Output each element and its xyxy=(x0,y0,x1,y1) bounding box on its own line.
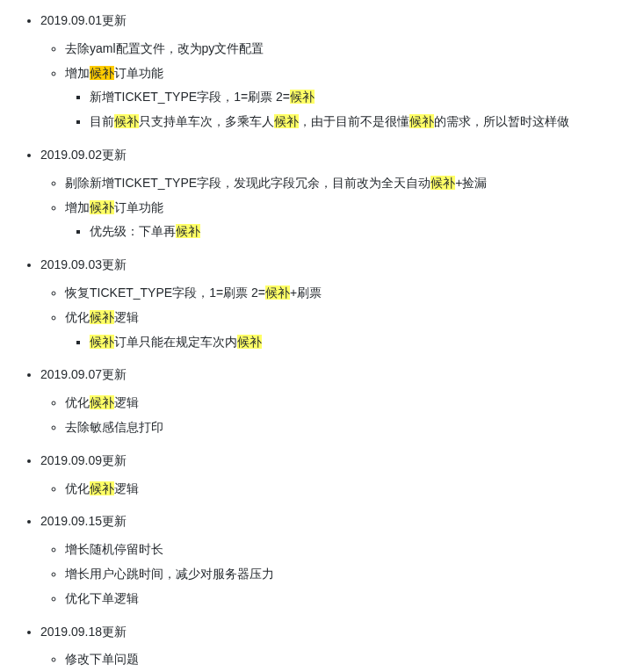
update-subitems: 候补订单只能在规定车次内候补 xyxy=(65,332,608,353)
update-subitem: 候补订单只能在规定车次内候补 xyxy=(90,332,608,353)
update-date: 2019.09.15更新 xyxy=(40,511,608,532)
update-item: 增加候补订单功能优先级：下单再候补 xyxy=(65,198,608,243)
highlight: 候补 xyxy=(90,200,114,214)
update-item: 去除yaml配置文件，改为py文件配置 xyxy=(65,39,608,60)
highlight: 候补 xyxy=(290,90,315,104)
update-items: 修改下单问题优化车次打印 xyxy=(40,649,608,672)
update-subitem: 目前候补只支持单车次，多乘车人候补，由于目前不是很懂候补的需求，所以暂时这样做 xyxy=(90,112,608,133)
highlight: 候补 xyxy=(90,481,114,495)
highlight: 候补 xyxy=(409,114,434,128)
update-date: 2019.09.09更新 xyxy=(40,451,608,472)
update-item: 增加候补订单功能新增TICKET_TYPE字段，1=刷票 2=候补目前候补只支持… xyxy=(65,63,608,133)
update-item: 剔除新增TICKET_TYPE字段，发现此字段冗余，目前改为全天自动候补+捡漏 xyxy=(65,173,608,194)
update-item: 优化候补逻辑 xyxy=(65,479,608,500)
highlight: 候补 xyxy=(176,224,200,238)
update-items: 优化候补逻辑 xyxy=(40,479,608,500)
update-date: 2019.09.03更新 xyxy=(40,255,608,276)
highlight: 候补 xyxy=(114,114,139,128)
update-items: 恢复TICKET_TYPE字段，1=刷票 2=候补+刷票优化候补逻辑候补订单只能… xyxy=(40,283,608,352)
update-subitem: 新增TICKET_TYPE字段，1=刷票 2=候补 xyxy=(90,87,608,108)
update-items: 去除yaml配置文件，改为py文件配置增加候补订单功能新增TICKET_TYPE… xyxy=(40,39,608,133)
highlight: 候补 xyxy=(265,285,290,300)
update-entry: 2019.09.07更新优化候补逻辑去除敏感信息打印 xyxy=(40,365,608,437)
update-entry: 2019.09.01更新去除yaml配置文件，改为py文件配置增加候补订单功能新… xyxy=(40,11,608,133)
update-item: 增长用户心跳时间，减少对服务器压力 xyxy=(65,564,608,585)
update-item: 优化候补逻辑候补订单只能在规定车次内候补 xyxy=(65,307,608,353)
update-item: 恢复TICKET_TYPE字段，1=刷票 2=候补+刷票 xyxy=(65,283,608,304)
update-date: 2019.09.01更新 xyxy=(40,11,608,32)
highlight: 候补 xyxy=(430,176,455,190)
highlight: 候补 xyxy=(90,335,114,349)
update-items: 剔除新增TICKET_TYPE字段，发现此字段冗余，目前改为全天自动候补+捡漏增… xyxy=(40,173,608,242)
update-items: 优化候补逻辑去除敏感信息打印 xyxy=(40,393,608,438)
update-entry: 2019.09.18更新修改下单问题优化车次打印 xyxy=(40,622,608,672)
highlight: 候补 xyxy=(90,66,114,80)
update-items: 增长随机停留时长增长用户心跳时间，减少对服务器压力优化下单逻辑 xyxy=(40,539,608,609)
changelog-list: 2019.09.01更新去除yaml配置文件，改为py文件配置增加候补订单功能新… xyxy=(14,11,608,672)
highlight: 候补 xyxy=(237,335,262,349)
update-subitems: 优先级：下单再候补 xyxy=(65,221,608,242)
update-subitems: 新增TICKET_TYPE字段，1=刷票 2=候补目前候补只支持单车次，多乘车人… xyxy=(65,87,608,133)
update-item: 去除敏感信息打印 xyxy=(65,417,608,438)
highlight: 候补 xyxy=(274,114,299,128)
update-entry: 2019.09.09更新优化候补逻辑 xyxy=(40,451,608,500)
update-date: 2019.09.02更新 xyxy=(40,145,608,166)
update-entry: 2019.09.03更新恢复TICKET_TYPE字段，1=刷票 2=候补+刷票… xyxy=(40,255,608,352)
update-item: 修改下单问题 xyxy=(65,649,608,670)
update-entry: 2019.09.02更新剔除新增TICKET_TYPE字段，发现此字段冗余，目前… xyxy=(40,145,608,242)
update-date: 2019.09.18更新 xyxy=(40,622,608,643)
update-subitem: 优先级：下单再候补 xyxy=(90,221,608,242)
update-item: 增长随机停留时长 xyxy=(65,539,608,560)
update-item: 优化下单逻辑 xyxy=(65,589,608,610)
highlight: 候补 xyxy=(90,310,114,324)
update-date: 2019.09.07更新 xyxy=(40,365,608,386)
update-entry: 2019.09.15更新增长随机停留时长增长用户心跳时间，减少对服务器压力优化下… xyxy=(40,511,608,609)
highlight: 候补 xyxy=(90,395,114,409)
update-item: 优化候补逻辑 xyxy=(65,393,608,414)
